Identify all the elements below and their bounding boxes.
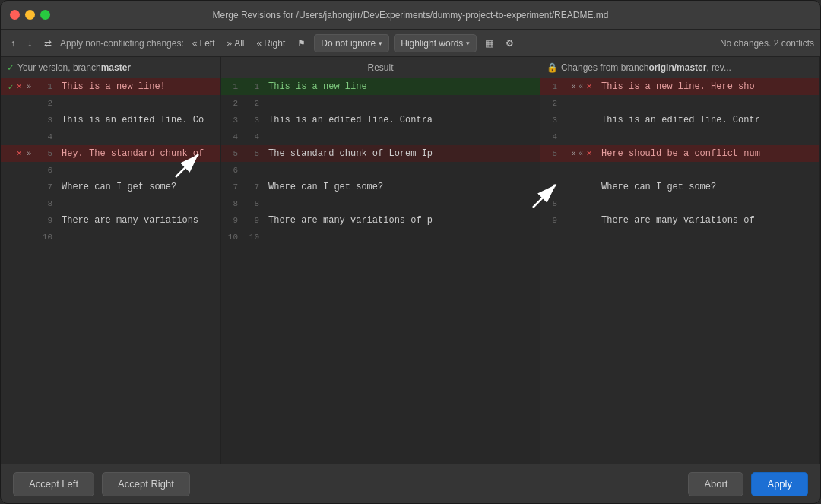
left-line-content-5: Hey. The standard chunk of [57, 148, 220, 159]
left-line-num-2: 2 [36, 99, 57, 108]
left-arrow-icon: « [192, 38, 198, 49]
all-icon: » [227, 38, 232, 49]
left-line-num-10: 10 [36, 233, 57, 242]
result-panel: 1 1 This is a new line 2 2 3 [221, 78, 540, 464]
right-1-sep: « [579, 83, 583, 91]
left-line-num-4: 4 [36, 132, 57, 141]
apply-non-conflicting-label: Apply non-conflicting changes: [60, 38, 184, 49]
right-line-9: 9 There are many variations of [540, 212, 819, 229]
accept-left-button[interactable]: Accept Left [13, 472, 94, 496]
abort-button[interactable]: Abort [688, 472, 743, 496]
left-line-content-7: Where can I get some? [57, 182, 220, 192]
right-line-8: 8 [540, 195, 819, 212]
right-line-1: 1 « « ✕ This is a new line. Here sho [540, 78, 819, 95]
left-line-num-8: 8 [36, 199, 57, 208]
left-apply-button[interactable]: « Left [189, 36, 219, 51]
apply-button[interactable]: Apply [751, 472, 808, 496]
up-button[interactable]: ↑ [7, 36, 19, 51]
right-line-6 [540, 162, 819, 179]
right-apply-button[interactable]: « Right [253, 36, 290, 51]
left-line-6: 6 [1, 162, 220, 179]
left-line-2: 2 [1, 95, 220, 112]
right-panel: 1 « « ✕ This is a new line. Here sho 2 [540, 78, 820, 464]
reject-right-1-button[interactable]: ✕ [585, 82, 594, 91]
apply-left-1-button[interactable]: » [25, 82, 33, 91]
main-content: ✓ ✕ » 1 This is a new line! 2 3 [1, 78, 820, 464]
left-line-1-controls: ✓ ✕ » [1, 82, 36, 92]
minimize-button[interactable] [25, 10, 35, 20]
titlebar: Merge Revisions for /Users/jahongirr/Dev… [1, 1, 820, 30]
left-line-content-1: This is a new line! [57, 81, 220, 92]
window-title: Merge Revisions for /Users/jahongirr/Dev… [213, 10, 609, 21]
left-line-num-9: 9 [36, 216, 57, 225]
left-line-5-controls: ✕ » [1, 149, 36, 158]
close-button[interactable] [10, 10, 20, 20]
right-5-sep: « [579, 150, 583, 158]
result-line-content-5: The standard chunk of Lorem Ip [264, 148, 540, 159]
right-line-num-1: 1 [540, 82, 562, 91]
apply-right-5-button[interactable]: « [569, 149, 577, 158]
chevron-down-icon: ▾ [379, 40, 382, 47]
result-line-1: 1 1 This is a new line [221, 78, 540, 95]
toolbar: ↑ ↓ ⇄ Apply non-conflicting changes: « L… [1, 30, 820, 57]
highlight-dropdown[interactable]: Highlight words ▾ [394, 34, 477, 52]
right-line-content-1: This is a new line. Here sho [597, 81, 819, 92]
right-line-4: 4 [540, 128, 819, 145]
right-line-content-5: Here should be a conflict num [597, 148, 819, 159]
columns-button[interactable]: ▦ [481, 36, 497, 51]
left-line-content-9: There are many variations [57, 215, 220, 226]
column-headers: ✓ Your version, branch master Result 🔒 C… [1, 57, 820, 78]
left-line-content-3: This is an edited line. Co [57, 115, 220, 125]
reject-right-5-button[interactable]: ✕ [585, 149, 594, 158]
main-window: Merge Revisions for /Users/jahongirr/Dev… [0, 0, 821, 504]
left-panel: ✓ ✕ » 1 This is a new line! 2 3 [1, 78, 221, 464]
right-line-content-7: Where can I get some? [597, 182, 819, 192]
ignore-dropdown[interactable]: Do not ignore ▾ [314, 34, 389, 52]
left-line-9: 9 There are many variations [1, 212, 220, 229]
apply-non-conflicting-icon[interactable]: ⇄ [40, 36, 55, 51]
status-text: No changes. 2 conflicts [720, 38, 814, 49]
down-button[interactable]: ↓ [24, 36, 36, 51]
reject-left-5-button[interactable]: ✕ [14, 149, 24, 158]
left-line-5: ✕ » 5 Hey. The standard chunk of [1, 145, 220, 162]
result-column-header: Result [221, 57, 540, 78]
chevron-down-icon: ▾ [466, 40, 470, 47]
result-line-8: 8 8 [221, 195, 540, 212]
result-line-3: 3 3 This is an edited line. Contra [221, 112, 540, 128]
right-line-content-9: There are many variations of [597, 215, 819, 226]
apply-right-1-button[interactable]: « [569, 82, 577, 91]
traffic-lights [10, 10, 50, 20]
result-line-content-3: This is an edited line. Contra [264, 115, 540, 125]
right-line-10 [540, 229, 819, 246]
apply-left-5-button[interactable]: » [25, 149, 33, 158]
left-line-num-3: 3 [36, 116, 57, 125]
maximize-button[interactable] [40, 10, 50, 20]
left-line-num-5: 5 [36, 149, 57, 158]
result-line-10: 10 10 [221, 229, 540, 246]
right-line-5: 5 « « ✕ Here should be a conflict num [540, 145, 819, 162]
check-icon: ✓ [8, 82, 14, 92]
left-line-8: 8 [1, 195, 220, 212]
right-line-3: 3 This is an edited line. Contr [540, 112, 819, 128]
result-line-2: 2 2 [221, 95, 540, 112]
right-column-header: 🔒 Changes from branch origin/master , re… [540, 57, 820, 78]
left-line-3: 3 This is an edited line. Co [1, 112, 220, 128]
left-line-4: 4 [1, 128, 220, 145]
left-line-num-7: 7 [36, 182, 57, 192]
right-line-5-controls: « « ✕ [562, 149, 597, 158]
right-line-1-controls: « « ✕ [562, 82, 597, 91]
check-icon: ✓ [7, 62, 14, 73]
left-line-num-6: 6 [36, 166, 57, 175]
left-line-10: 10 [1, 229, 220, 246]
left-column-header: ✓ Your version, branch master [1, 57, 221, 78]
result-line-content-7: Where can I get some? [264, 182, 540, 192]
result-line-4: 4 4 [221, 128, 540, 145]
right-arrow-icon: « [257, 38, 262, 49]
result-line-9: 9 9 There are many variations of p [221, 212, 540, 229]
all-apply-button[interactable]: » All [223, 36, 248, 51]
accept-right-button[interactable]: Accept Right [102, 472, 190, 496]
settings-button[interactable]: ⚙ [502, 36, 518, 51]
flag-button[interactable]: ⚑ [293, 36, 309, 51]
reject-left-1-button[interactable]: ✕ [14, 82, 24, 91]
right-line-content-3: This is an edited line. Contr [597, 115, 819, 125]
